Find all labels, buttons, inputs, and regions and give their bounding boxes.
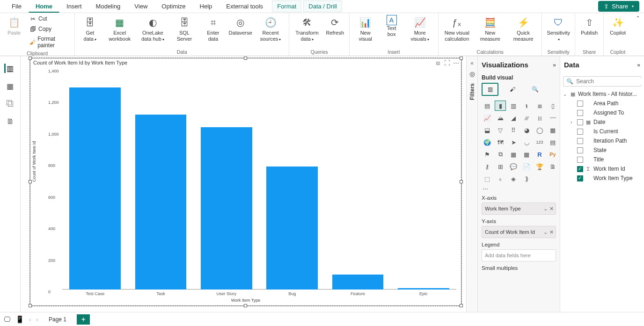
vistype-goals[interactable]: 🏆 xyxy=(534,161,545,172)
legend-well[interactable]: Add data fields here xyxy=(482,249,556,261)
vistype-stacked-area[interactable]: ◢ xyxy=(508,113,519,123)
menu-external-tools[interactable]: External tools xyxy=(219,0,270,12)
cut-button[interactable]: ✂Cut xyxy=(27,14,49,23)
resize-handle[interactable] xyxy=(460,304,463,307)
vistype-azure-map[interactable]: ➤ xyxy=(508,137,519,147)
textbox-button[interactable]: AText box xyxy=(381,14,403,38)
vistype-arcgis[interactable]: ⬨ xyxy=(495,174,506,184)
field-row[interactable]: Assigned To xyxy=(562,108,642,117)
vistype-line-stack[interactable]: ⫼ xyxy=(534,113,545,123)
vistype-filled-map[interactable]: 🗺 xyxy=(495,137,506,147)
new-visual-calc-button[interactable]: ƒₓNew visual calculation xyxy=(441,14,473,43)
vistype-funnel[interactable]: ▽ xyxy=(495,125,506,135)
field-search[interactable]: 🔍 xyxy=(563,76,641,87)
vistype-app[interactable]: ⬚ xyxy=(482,174,493,184)
filter-icon[interactable]: ⦻ xyxy=(435,59,441,66)
vistype-matrix[interactable]: ▦ xyxy=(521,149,532,159)
add-page-button[interactable]: + xyxy=(77,314,90,325)
resize-handle[interactable] xyxy=(29,57,32,60)
quick-measure-button[interactable]: ⚡Quick measure xyxy=(508,14,539,43)
field-row[interactable]: ›▦Date xyxy=(562,117,642,127)
field-checkbox[interactable] xyxy=(577,110,583,116)
build-visual-tab[interactable]: ▥ xyxy=(482,83,498,96)
vistype-donut[interactable]: ◯ xyxy=(534,125,545,135)
menu-optimize[interactable]: Optimize xyxy=(154,0,192,12)
table-node[interactable]: ⌄ ▦ Work Items - All histor... xyxy=(562,89,642,99)
mobile-layout-icon[interactable]: 📱 xyxy=(15,315,24,324)
chart-bar[interactable] xyxy=(266,167,317,290)
page-tab[interactable]: Page 1 xyxy=(43,314,72,325)
field-checkbox[interactable] xyxy=(577,157,583,163)
collapse-data-icon[interactable]: » xyxy=(637,62,640,68)
dax-view-icon[interactable]: 🗎 xyxy=(6,117,15,126)
transform-data-button[interactable]: 🛠Transform data▾ xyxy=(292,14,322,43)
focus-icon[interactable]: ⛶ xyxy=(444,59,450,66)
chart-bar[interactable] xyxy=(332,275,383,290)
field-checkbox[interactable] xyxy=(577,119,583,125)
chart-bar[interactable] xyxy=(135,115,186,290)
chevron-down-icon[interactable]: ⌄ xyxy=(543,206,548,212)
filters-target-icon[interactable]: ◎ xyxy=(469,70,475,78)
vistype-decomp[interactable]: ⊞ xyxy=(495,161,506,172)
onelake-button[interactable]: ◐OneLake data hub▾ xyxy=(137,14,168,43)
chart-bar[interactable] xyxy=(398,288,449,290)
chart-bar[interactable] xyxy=(69,87,120,290)
vistype-map[interactable]: 🌍 xyxy=(482,137,493,147)
remove-field-icon[interactable]: ✕ xyxy=(549,229,554,235)
resize-handle[interactable] xyxy=(29,180,32,183)
new-visual-button[interactable]: 📊New visual xyxy=(352,14,379,43)
sql-button[interactable]: 🗄SQL Server xyxy=(170,14,198,43)
field-checkbox[interactable] xyxy=(577,175,583,181)
vistype-100bar[interactable]: ≣ xyxy=(534,101,545,111)
prev-page-icon[interactable]: ‹ xyxy=(29,315,31,323)
enter-data-button[interactable]: ⌗Enter data xyxy=(200,14,226,43)
field-row[interactable]: ΣWork Item Id xyxy=(562,164,642,174)
remove-field-icon[interactable]: ✕ xyxy=(549,206,554,212)
vistype-table[interactable]: ▦ xyxy=(508,149,519,159)
chart-bar[interactable] xyxy=(201,127,252,290)
vistype-waterfall[interactable]: ⬓ xyxy=(482,125,493,135)
table-view-icon[interactable]: ▦ xyxy=(6,81,15,91)
vistype-clustered-bar[interactable]: ▥ xyxy=(508,101,519,111)
get-data-button[interactable]: 🗄Get data▾ xyxy=(78,14,102,43)
publish-button[interactable]: ⇧Publish xyxy=(578,14,600,37)
vistype-line-col[interactable]: ⫻ xyxy=(521,113,532,123)
xaxis-well[interactable]: Work Item Type ⌄✕ xyxy=(482,203,556,215)
recent-sources-button[interactable]: 🕘Recent sources▾ xyxy=(255,14,286,43)
format-visual-tab[interactable]: 🖌 xyxy=(504,83,521,96)
field-row[interactable]: Title xyxy=(562,155,642,164)
more-visuals-ellipsis[interactable]: ⋯ xyxy=(478,186,560,192)
vistype-pie[interactable]: ◕ xyxy=(521,125,532,135)
report-view-icon[interactable]: ▥ xyxy=(4,64,14,73)
format-painter-button[interactable]: 🖌Format painter xyxy=(27,35,72,50)
resize-handle[interactable] xyxy=(29,304,32,307)
copy-button[interactable]: 🗐Copy xyxy=(27,24,53,34)
field-checkbox[interactable] xyxy=(577,138,583,144)
vistype-slicer[interactable]: ⧉ xyxy=(495,149,506,159)
sensitivity-button[interactable]: 🛡Sensitivity▾ xyxy=(545,14,572,43)
vistype-stacked-bar[interactable]: ▤ xyxy=(482,101,493,111)
vistype-narrative[interactable]: 📄 xyxy=(521,161,532,172)
vistype-r[interactable]: R xyxy=(534,149,545,159)
collapse-ribbon[interactable]: ⌃ xyxy=(632,13,644,56)
menu-file[interactable]: File xyxy=(5,0,29,12)
vistype-key-influencers[interactable]: ⚷ xyxy=(482,161,493,172)
vistype-qna[interactable]: 💬 xyxy=(508,161,519,172)
field-checkbox[interactable] xyxy=(577,147,583,153)
chevron-down-icon[interactable]: ⌄ xyxy=(543,229,548,235)
menu-format[interactable]: Format xyxy=(272,0,301,12)
excel-button[interactable]: ▦Excel workbook xyxy=(104,14,135,43)
vistype-py[interactable]: Py xyxy=(547,149,558,159)
report-canvas[interactable]: Count of Work Item Id by Work Item Type … xyxy=(21,56,466,312)
model-view-icon[interactable]: ⿻ xyxy=(6,99,15,109)
vistype-area[interactable]: ⛰ xyxy=(495,113,506,123)
menu-home[interactable]: Home xyxy=(29,0,59,13)
resize-handle[interactable] xyxy=(460,57,463,60)
search-input[interactable] xyxy=(576,78,644,85)
menu-data-drill[interactable]: Data / Drill xyxy=(303,0,342,12)
menu-modeling[interactable]: Modeling xyxy=(89,0,128,12)
vistype-treemap[interactable]: ▦ xyxy=(547,125,558,135)
field-checkbox[interactable] xyxy=(577,129,583,135)
yaxis-well[interactable]: Count of Work Item Id ⌄✕ xyxy=(482,226,556,238)
analytics-tab[interactable]: 🔍 xyxy=(527,83,543,96)
